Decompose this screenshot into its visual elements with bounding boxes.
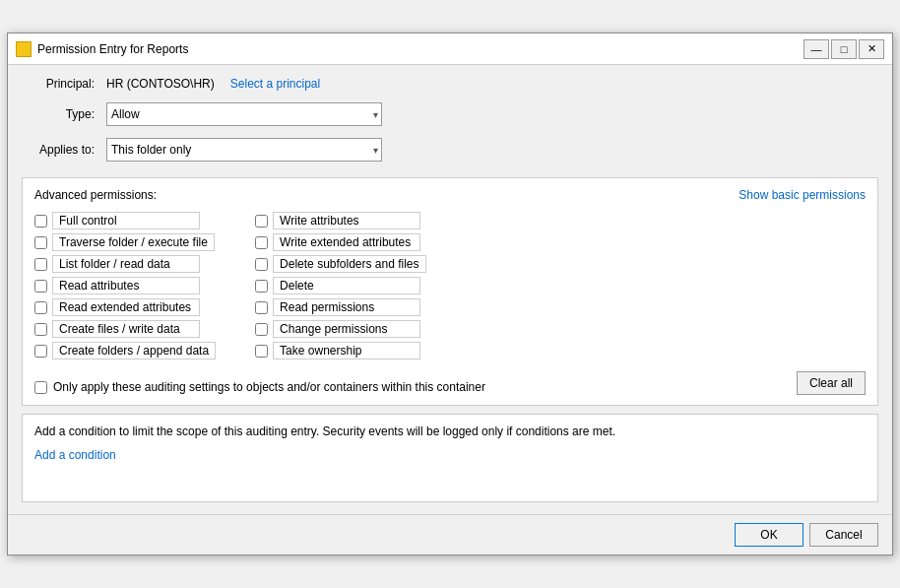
title-bar: Permission Entry for Reports — □ ✕ — [8, 33, 892, 65]
left-permissions-column: Full control Traverse folder / execute f… — [34, 212, 216, 359]
advanced-permissions-section: Advanced permissions: Show basic permiss… — [22, 177, 878, 406]
perm-write-attrs-label: Write attributes — [273, 212, 420, 229]
apply-only-checkbox[interactable] — [34, 381, 47, 394]
advanced-permissions-title: Advanced permissions: — [34, 188, 157, 202]
perm-read-attrs-label: Read attributes — [52, 277, 200, 294]
perm-traverse-label: Traverse folder / execute file — [52, 233, 215, 251]
add-condition-link[interactable]: Add a condition — [34, 448, 116, 462]
cancel-button[interactable]: Cancel — [809, 523, 878, 547]
principal-row: Principal: HR (CONTOSO\HR) Select a prin… — [22, 77, 878, 91]
perm-create-folders-item: Create folders / append data — [34, 342, 216, 359]
perm-write-ext-attrs-item: Write extended attributes — [255, 233, 425, 251]
minimize-button[interactable]: — — [804, 39, 829, 59]
perm-change-perms-label: Change permissions — [273, 320, 420, 338]
type-select-wrapper: Allow Deny — [106, 102, 382, 126]
perm-change-perms-checkbox[interactable] — [255, 323, 268, 336]
perm-traverse-checkbox[interactable] — [34, 236, 47, 249]
applies-to-row: Applies to: This folder only This folder… — [22, 138, 878, 162]
dialog-content: Principal: HR (CONTOSO\HR) Select a prin… — [8, 65, 892, 514]
perm-read-perms-checkbox[interactable] — [255, 301, 268, 314]
perm-create-files-checkbox[interactable] — [34, 323, 47, 336]
permissions-grid: Full control Traverse folder / execute f… — [34, 212, 866, 359]
permissions-area: Full control Traverse folder / execute f… — [34, 212, 866, 359]
advanced-permissions-header: Advanced permissions: Show basic permiss… — [34, 188, 866, 212]
maximize-button[interactable]: □ — [831, 39, 857, 59]
perm-create-files-item: Create files / write data — [34, 320, 216, 338]
perm-read-attrs-item: Read attributes — [34, 277, 216, 294]
perm-delete-label: Delete — [273, 277, 420, 294]
perm-change-perms-item: Change permissions — [255, 320, 425, 338]
right-permissions-column: Write attributes Write extended attribut… — [255, 212, 425, 359]
window-title: Permission Entry for Reports — [37, 42, 804, 56]
principal-value: HR (CONTOSO\HR) — [106, 77, 215, 91]
type-select[interactable]: Allow Deny — [106, 102, 382, 126]
applies-to-select[interactable]: This folder only This folder, subfolders… — [106, 138, 382, 162]
applies-to-label: Applies to: — [22, 143, 100, 157]
perm-read-perms-item: Read permissions — [255, 298, 425, 316]
perm-delete-item: Delete — [255, 277, 425, 294]
perm-full-control-label: Full control — [52, 212, 200, 229]
perm-read-ext-attrs-checkbox[interactable] — [34, 301, 47, 314]
perm-delete-subfolders-item: Delete subfolders and files — [255, 255, 425, 273]
type-row: Type: Allow Deny — [22, 102, 878, 126]
show-basic-permissions-link[interactable]: Show basic permissions — [739, 188, 866, 202]
perm-read-attrs-checkbox[interactable] — [34, 280, 47, 293]
perm-full-control-checkbox[interactable] — [34, 215, 47, 228]
perm-write-attrs-checkbox[interactable] — [255, 215, 268, 228]
perm-delete-subfolders-label: Delete subfolders and files — [273, 255, 425, 273]
perm-create-files-label: Create files / write data — [52, 320, 200, 338]
perm-list-folder-item: List folder / read data — [34, 255, 216, 273]
perm-read-perms-label: Read permissions — [273, 298, 420, 316]
perm-full-control-item: Full control — [34, 212, 216, 229]
perm-traverse-item: Traverse folder / execute file — [34, 233, 216, 251]
perm-write-attrs-item: Write attributes — [255, 212, 425, 229]
perm-delete-subfolders-checkbox[interactable] — [255, 258, 268, 271]
condition-section: Add a condition to limit the scope of th… — [22, 414, 878, 502]
perm-read-ext-attrs-item: Read extended attributes — [34, 298, 216, 316]
perm-take-ownership-checkbox[interactable] — [255, 345, 268, 358]
apply-checkbox-row: Only apply these auditing settings to ob… — [34, 380, 485, 394]
ok-button[interactable]: OK — [735, 523, 804, 547]
clear-all-button[interactable]: Clear all — [797, 371, 866, 395]
type-label: Type: — [22, 107, 100, 121]
perm-delete-checkbox[interactable] — [255, 280, 268, 293]
close-button[interactable]: ✕ — [859, 39, 884, 59]
dialog-footer: OK Cancel — [8, 514, 892, 555]
principal-label: Principal: — [22, 77, 100, 91]
window-icon — [16, 41, 32, 57]
perm-create-folders-checkbox[interactable] — [34, 345, 47, 358]
condition-description: Add a condition to limit the scope of th… — [34, 425, 866, 438]
select-principal-link[interactable]: Select a principal — [230, 77, 320, 91]
perm-write-ext-attrs-label: Write extended attributes — [273, 233, 420, 251]
applies-to-select-wrapper: This folder only This folder, subfolders… — [106, 138, 382, 162]
perm-list-folder-checkbox[interactable] — [34, 258, 47, 271]
main-window: Permission Entry for Reports — □ ✕ Princ… — [7, 33, 893, 555]
apply-only-label: Only apply these auditing settings to ob… — [53, 380, 485, 394]
perm-take-ownership-label: Take ownership — [273, 342, 420, 359]
perm-write-ext-attrs-checkbox[interactable] — [255, 236, 268, 249]
perm-create-folders-label: Create folders / append data — [52, 342, 216, 359]
window-controls: — □ ✕ — [804, 39, 884, 59]
perm-take-ownership-item: Take ownership — [255, 342, 425, 359]
perm-read-ext-attrs-label: Read extended attributes — [52, 298, 200, 316]
perm-list-folder-label: List folder / read data — [52, 255, 200, 273]
